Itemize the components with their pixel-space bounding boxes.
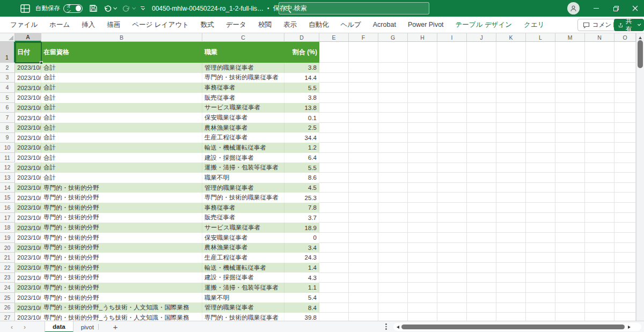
undo-dropdown-icon[interactable]	[113, 6, 116, 9]
row-header-26[interactable]: 26	[0, 303, 15, 313]
table-cell[interactable]: 3.8	[284, 63, 319, 73]
table-cell[interactable]: 5.5	[284, 83, 319, 93]
customize-toolbar-icon[interactable]	[141, 0, 144, 17]
table-row[interactable]: 2023/10/1合計販売従事者3.8	[15, 93, 319, 103]
ribbon-tab-数式[interactable]: 数式	[195, 17, 220, 33]
save-icon[interactable]	[89, 0, 98, 17]
table-cell[interactable]: 2023/10/1	[15, 223, 41, 233]
splitter-handle-icon[interactable]	[385, 323, 387, 330]
table-header-cell[interactable]: 在留資格	[41, 42, 202, 63]
table-cell[interactable]: 39.8	[284, 313, 319, 321]
share-dropdown-icon[interactable]	[638, 23, 641, 26]
table-cell[interactable]: 2023/10/1	[15, 83, 41, 93]
table-cell[interactable]: 販売従事者	[202, 93, 284, 103]
table-cell[interactable]: 7.8	[284, 203, 319, 213]
table-cell[interactable]: 5.4	[284, 293, 319, 303]
table-cell[interactable]: 2023/10/1	[15, 193, 41, 203]
row-header-3[interactable]: 3	[0, 73, 15, 83]
table-cell[interactable]: 輸送・機械運転従事者	[202, 143, 284, 153]
row-header-15[interactable]: 15	[0, 193, 15, 203]
table-cell[interactable]: 2023/10/1	[15, 113, 41, 123]
table-cell[interactable]: 輸送・機械運転従事者	[202, 263, 284, 273]
ribbon-tab-クエリ[interactable]: クエリ	[518, 17, 550, 33]
table-cell[interactable]: 2023/10/1	[15, 183, 41, 193]
table-cell[interactable]: 2023/10/1	[15, 93, 41, 103]
table-cell[interactable]: 専門的・技術的分野	[41, 243, 202, 253]
undo-button[interactable]	[104, 0, 116, 17]
ribbon-tab-Acrobat[interactable]: Acrobat	[367, 17, 402, 33]
table-row[interactable]: 2023/10/1合計専門的・技術的職業従事者14.4	[15, 73, 319, 83]
column-header-E[interactable]: E	[319, 33, 349, 42]
column-header-A[interactable]: A	[15, 33, 41, 42]
vertical-scrollbar[interactable]	[636, 33, 644, 321]
table-cell[interactable]: 14.4	[284, 73, 319, 83]
ribbon-tab-表示[interactable]: 表示	[277, 17, 303, 33]
table-cell[interactable]: サービス職業従事者	[202, 103, 284, 113]
table-cell[interactable]: 専門的・技術的分野	[41, 213, 202, 223]
table-cell[interactable]: 2023/10/1	[15, 313, 41, 321]
ribbon-tab-挿入[interactable]: 挿入	[76, 17, 101, 33]
table-cell[interactable]: 農林漁業従事者	[202, 243, 284, 253]
table-cell[interactable]: 専門的・技術的分野	[41, 263, 202, 273]
table-cell[interactable]: 24.3	[284, 253, 319, 263]
table-cell[interactable]: 管理的職業従事者	[202, 303, 284, 313]
fill-handle[interactable]	[40, 61, 43, 64]
row-header-1[interactable]: 1	[0, 42, 15, 63]
table-row[interactable]: 2023/10/1専門的・技術的分野農林漁業従事者3.4	[15, 243, 319, 253]
table-row[interactable]: 2023/10/1合計輸送・機械運転従事者1.2	[15, 143, 319, 153]
column-header-K[interactable]: K	[496, 33, 526, 42]
table-cell[interactable]: 2023/10/1	[15, 203, 41, 213]
table-cell[interactable]: 専門的・技術的職業従事者	[202, 193, 284, 203]
table-cell[interactable]: 34.4	[284, 132, 319, 143]
table-row[interactable]: 2023/10/1合計事務従事者5.5	[15, 83, 319, 93]
table-row[interactable]: 2023/10/1専門的・技術的分野運搬・清掃・包装等従事者1.1	[15, 283, 319, 293]
table-cell[interactable]: 管理的職業従事者	[202, 183, 284, 193]
redo-button[interactable]	[122, 0, 135, 17]
column-header-C[interactable]: C	[202, 33, 284, 42]
account-avatar[interactable]	[567, 2, 580, 14]
row-header-25[interactable]: 25	[0, 293, 15, 303]
table-row[interactable]: 2023/10/1専門的・技術的分野職業不明5.4	[15, 293, 319, 303]
table-cell[interactable]: 2023/10/1	[15, 243, 41, 253]
ribbon-tab-ファイル[interactable]: ファイル	[4, 17, 43, 33]
ribbon-tab-データ[interactable]: データ	[220, 17, 252, 33]
table-cell[interactable]: 専門的・技術的分野	[41, 193, 202, 203]
table-row[interactable]: 2023/10/1専門的・技術的分野販売従事者3.7	[15, 213, 319, 223]
table-cell[interactable]: 3.4	[284, 243, 319, 253]
table-cell[interactable]: 建設・採掘従事者	[202, 153, 284, 163]
table-cell[interactable]: 専門的・技術的分野	[41, 283, 202, 293]
row-header-27[interactable]: 27	[0, 313, 15, 321]
prev-sheet-button[interactable]: ‹	[6, 321, 17, 332]
table-cell[interactable]: 25.3	[284, 193, 319, 203]
ribbon-tab-Power Pivot[interactable]: Power Pivot	[402, 17, 450, 33]
table-row[interactable]: 2023/10/1合計運搬・清掃・包装等従事者5.5	[15, 163, 319, 173]
table-row[interactable]: 2023/10/1専門的・技術的分野保安職業従事者0	[15, 233, 319, 243]
table-cell[interactable]: 合計	[41, 153, 202, 163]
table-cell[interactable]: 2023/10/1	[15, 303, 41, 313]
table-cell[interactable]: 2023/10/1	[15, 263, 41, 273]
row-header-9[interactable]: 9	[0, 133, 15, 143]
table-cell[interactable]: 2023/10/1	[15, 233, 41, 243]
row-header-16[interactable]: 16	[0, 203, 15, 213]
table-cell[interactable]: 2023/10/1	[15, 143, 41, 153]
table-cell[interactable]: 専門的・技術的分野	[41, 223, 202, 233]
row-header-24[interactable]: 24	[0, 283, 15, 293]
table-cell[interactable]: 1.1	[284, 283, 319, 293]
table-cell[interactable]: 職業不明	[202, 173, 284, 183]
table-cell[interactable]: 合計	[41, 173, 202, 183]
table-cell[interactable]: 管理的職業従事者	[202, 63, 284, 73]
table-cell[interactable]: 2023/10/1	[15, 73, 41, 83]
column-header-L[interactable]: L	[526, 33, 555, 42]
column-header-J[interactable]: J	[467, 33, 496, 42]
table-row[interactable]: 2023/10/1専門的・技術的分野建設・採掘従事者4.3	[15, 272, 319, 283]
table-cell[interactable]: 2023/10/1	[15, 213, 41, 223]
table-cell[interactable]: 13.8	[284, 103, 319, 113]
table-cell[interactable]: 専門的・技術的分野_うち技術・人文知識・国際業務	[41, 303, 202, 313]
ribbon-tab-自動化[interactable]: 自動化	[303, 17, 335, 33]
column-header-M[interactable]: M	[555, 33, 585, 42]
table-cell[interactable]: 2.5	[284, 123, 319, 133]
table-cell[interactable]: 合計	[41, 132, 202, 143]
column-header-H[interactable]: H	[408, 33, 437, 42]
table-cell[interactable]: 合計	[41, 73, 202, 83]
table-cell[interactable]: 合計	[41, 83, 202, 93]
